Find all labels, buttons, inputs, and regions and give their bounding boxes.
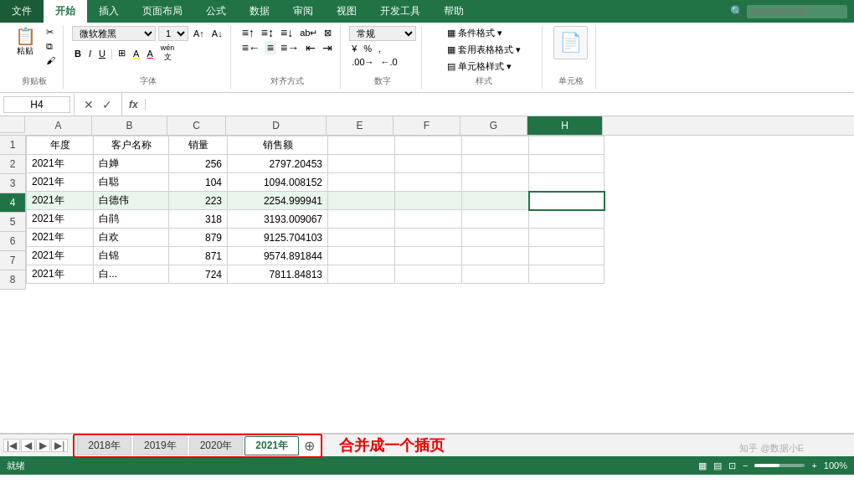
col-header-A[interactable]: A (25, 116, 92, 135)
sheet-tab-2018[interactable]: 2018年 (77, 436, 131, 455)
zoom-in-button[interactable]: + (811, 460, 816, 471)
cell-B1[interactable]: 客户名称 (94, 136, 169, 155)
tab-file[interactable]: 文件 (0, 0, 44, 23)
cell-H7[interactable] (529, 247, 604, 265)
view-normal-icon[interactable]: ▦ (698, 460, 707, 471)
cell-G8[interactable] (462, 265, 529, 284)
cell-styles-button[interactable]: ▤ 单元格样式 ▾ (445, 59, 523, 74)
tab-layout[interactable]: 页面布局 (131, 0, 194, 23)
cell-C6[interactable]: 879 (169, 229, 228, 247)
cell-F6[interactable] (395, 229, 462, 247)
cell-E4[interactable] (328, 192, 395, 210)
row-header-4[interactable]: 4 (0, 193, 25, 213)
tab-review[interactable]: 审阅 (281, 0, 325, 23)
align-bottom-button[interactable]: ≡↓ (278, 26, 296, 39)
sheet-tab-2020[interactable]: 2020年 (189, 436, 244, 455)
cell-C3[interactable]: 104 (169, 173, 228, 192)
align-middle-button[interactable]: ≡↕ (259, 26, 276, 39)
cell-H8[interactable] (529, 265, 604, 284)
cell-C5[interactable]: 318 (169, 210, 228, 229)
cell-H3[interactable] (529, 173, 604, 192)
cell-C2[interactable]: 256 (169, 155, 228, 173)
zoom-slider[interactable] (754, 464, 805, 467)
font-size-select[interactable]: 11 (158, 26, 188, 41)
format-painter-button[interactable]: 🖌 (44, 54, 58, 66)
confirm-formula-icon[interactable]: ✓ (100, 97, 115, 112)
cell-B8[interactable]: 白... (94, 265, 169, 284)
border-button[interactable]: ⊞ (116, 47, 128, 59)
cell-D2[interactable]: 2797.20453 (228, 155, 328, 173)
cell-G1[interactable] (462, 136, 529, 155)
cell-A1[interactable]: 年度 (27, 136, 94, 155)
view-layout-icon[interactable]: ▤ (713, 460, 722, 471)
tab-view[interactable]: 视图 (325, 0, 368, 23)
cell-F2[interactable] (395, 155, 462, 173)
cell-G5[interactable] (462, 210, 529, 229)
cell-C8[interactable]: 724 (169, 265, 228, 284)
col-header-D[interactable]: D (226, 116, 327, 135)
sheet-nav-prev[interactable]: ◀ (21, 439, 35, 452)
row-header-8[interactable]: 8 (0, 270, 25, 290)
row-header-1[interactable]: 1 (0, 136, 25, 155)
add-sheet-button[interactable]: ⊕ (301, 438, 318, 454)
sheet-nav-first[interactable]: |◀ (3, 439, 20, 452)
cell-A6[interactable]: 2021年 (27, 229, 94, 247)
col-header-C[interactable]: C (167, 116, 226, 135)
cell-B7[interactable]: 白锦 (94, 247, 169, 265)
align-center-button[interactable]: ≡ (265, 41, 276, 54)
cell-D4[interactable]: 2254.999941 (228, 192, 328, 210)
cell-D6[interactable]: 9125.704103 (228, 229, 328, 247)
row-header-3[interactable]: 3 (0, 174, 25, 193)
decrease-decimal-button[interactable]: ←.0 (378, 56, 400, 68)
tab-home[interactable]: 开始 (44, 0, 87, 23)
cell-G7[interactable] (462, 247, 529, 265)
align-top-button[interactable]: ≡↑ (239, 26, 257, 39)
row-header-7[interactable]: 7 (0, 251, 25, 270)
tab-insert[interactable]: 插入 (87, 0, 131, 23)
cell-F5[interactable] (395, 210, 462, 229)
search-input[interactable] (747, 5, 847, 18)
merge-button[interactable]: ⊠ (322, 26, 334, 39)
cell-button[interactable]: 📄 (553, 26, 588, 59)
cell-A2[interactable]: 2021年 (27, 155, 94, 173)
cell-E6[interactable] (328, 229, 395, 247)
paste-button[interactable]: 📋 粘贴 (10, 26, 40, 59)
col-header-G[interactable]: G (460, 116, 527, 135)
sheet-tab-2021[interactable]: 2021年 (244, 436, 299, 455)
cell-E7[interactable] (328, 247, 395, 265)
sheet-nav-last[interactable]: ▶| (51, 439, 68, 452)
tab-formula[interactable]: 公式 (194, 0, 238, 23)
cell-E3[interactable] (328, 173, 395, 192)
cell-H5[interactable] (529, 210, 604, 229)
wrap-text-button[interactable]: ab↵ (297, 26, 320, 39)
sheet-tab-2019[interactable]: 2019年 (133, 436, 188, 455)
cell-A4[interactable]: 2021年 (27, 192, 94, 210)
bold-button[interactable]: B (72, 48, 84, 59)
cell-F7[interactable] (395, 247, 462, 265)
tab-developer[interactable]: 开发工具 (368, 0, 432, 23)
underline-button[interactable]: U (96, 48, 108, 59)
percent-button[interactable]: % (361, 43, 374, 54)
wen-button[interactable]: wén文 (158, 43, 177, 64)
italic-button[interactable]: I (86, 48, 94, 59)
cell-A8[interactable]: 2021年 (27, 265, 94, 284)
cell-F1[interactable] (395, 136, 462, 155)
thousands-button[interactable]: , (376, 43, 383, 54)
cell-B6[interactable]: 白欢 (94, 229, 169, 247)
name-box[interactable] (3, 96, 70, 113)
cell-H6[interactable] (529, 229, 604, 247)
row-header-6[interactable]: 6 (0, 232, 25, 251)
col-header-F[interactable]: F (394, 116, 460, 135)
font-color-button[interactable]: A (144, 48, 155, 59)
col-header-H[interactable]: H (527, 116, 603, 135)
cell-D8[interactable]: 7811.84813 (228, 265, 328, 284)
row-header-5[interactable]: 5 (0, 213, 25, 232)
cell-H2[interactable] (529, 155, 604, 173)
view-page-icon[interactable]: ⊡ (728, 460, 736, 471)
cell-A3[interactable]: 2021年 (27, 173, 94, 192)
row-header-2[interactable]: 2 (0, 155, 25, 174)
cell-E2[interactable] (328, 155, 395, 173)
cell-G4[interactable] (462, 192, 529, 210)
increase-font-button[interactable]: A↑ (191, 28, 207, 39)
number-format-select[interactable]: 常规 (349, 26, 416, 41)
